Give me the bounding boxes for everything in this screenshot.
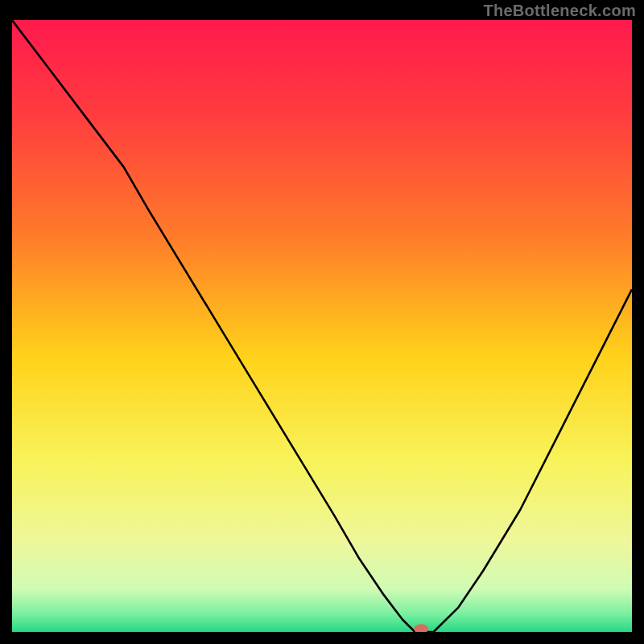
chart-svg (12, 20, 632, 632)
plot-area (12, 20, 632, 632)
chart-background (12, 20, 632, 632)
watermark-text: TheBottleneck.com (483, 2, 636, 20)
chart-frame: TheBottleneck.com (0, 0, 644, 644)
